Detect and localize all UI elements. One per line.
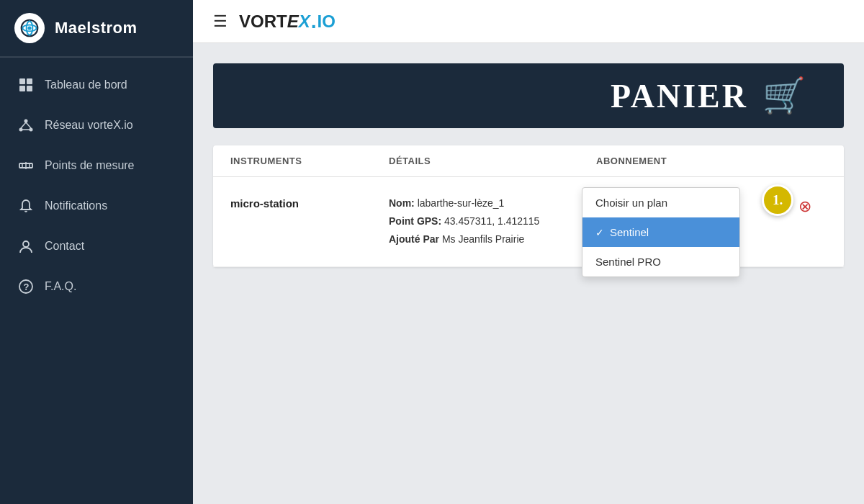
nom-value: labarthe-sur-lèze_1	[418, 197, 505, 209]
check-icon: ✓	[595, 227, 604, 238]
dashboard-icon	[17, 76, 35, 94]
main-content: ☰ V ORT E X . IO PANIER 🛒 INSTRUMENTS DÉ…	[193, 0, 864, 504]
sidebar-item-notifications[interactable]: Notifications	[0, 186, 193, 226]
nom-label: Nom:	[389, 197, 415, 209]
page-content: PANIER 🛒 INSTRUMENTS DÉTAILS ABONNEMENT …	[193, 43, 864, 504]
sidebar-item-faq[interactable]: ? F.A.Q.	[0, 266, 193, 307]
vortex-logo: V ORT E X . IO	[239, 12, 336, 32]
svg-rect-5	[27, 78, 32, 84]
panier-text: PANIER	[611, 77, 748, 115]
network-icon	[17, 117, 35, 134]
ajoute-value: Ms Jeanfils Prairie	[442, 233, 524, 245]
bell-icon	[17, 197, 35, 215]
step-badge: 1.	[762, 184, 793, 216]
logo-x: X	[299, 12, 310, 32]
gps-label: Point GPS:	[389, 215, 441, 227]
logo-io: IO	[318, 12, 336, 32]
option-label: Sentinel	[610, 226, 649, 238]
hamburger-icon[interactable]: ☰	[213, 12, 228, 31]
details-cell: Nom: labarthe-sur-lèze_1 Point GPS: 43.4…	[389, 194, 596, 249]
nom-field: Nom: labarthe-sur-lèze_1	[389, 194, 596, 212]
svg-point-8	[24, 120, 28, 123]
svg-point-19	[23, 241, 29, 247]
sidebar-nav: Tableau de bord Réseau vorteX.io	[0, 58, 193, 314]
ajoute-field: Ajouté Par Ms Jeanfils Prairie	[389, 230, 596, 248]
logo-ortex: ORT	[251, 12, 287, 32]
sidebar-item-label: Contact	[45, 240, 84, 253]
svg-line-11	[21, 122, 26, 128]
svg-text:?: ?	[24, 282, 30, 292]
sidebar-item-label: F.A.Q.	[45, 280, 76, 293]
panier-header: PANIER 🛒	[213, 63, 844, 128]
logo-period: .	[311, 12, 317, 32]
svg-rect-4	[19, 78, 25, 84]
col-actions	[783, 156, 827, 166]
sidebar-header: Maelstrom	[0, 0, 193, 57]
topbar: ☰ V ORT E X . IO	[193, 0, 864, 43]
sidebar: Maelstrom Tableau de bord	[0, 0, 193, 504]
dropdown-option-sentinel[interactable]: ✓ Sentinel	[582, 217, 739, 247]
dropdown-option-sentinel-pro[interactable]: Sentinel PRO	[582, 247, 739, 276]
option-label: Sentinel PRO	[595, 256, 661, 268]
svg-rect-6	[19, 86, 25, 91]
svg-point-3	[27, 26, 31, 30]
step-number: 1.	[773, 192, 783, 208]
col-abonnement: ABONNEMENT	[596, 156, 783, 166]
brand-name: Maelstrom	[55, 19, 138, 37]
measure-icon	[17, 157, 35, 174]
col-instruments: INSTRUMENTS	[230, 156, 389, 166]
sidebar-item-label: Notifications	[45, 199, 107, 212]
logo-v: V	[239, 12, 251, 32]
table-row: micro-station Nom: labarthe-sur-lèze_1 P…	[213, 177, 844, 267]
sidebar-item-contact[interactable]: Contact	[0, 226, 193, 266]
help-icon: ?	[17, 278, 35, 295]
contact-icon	[17, 238, 35, 255]
dropdown-menu: Choisir un plan ✓ Sentinel Sentinel PRO	[582, 187, 740, 277]
dropdown-option-choisir[interactable]: Choisir un plan	[582, 188, 739, 217]
app-logo	[14, 13, 45, 43]
svg-rect-7	[27, 86, 32, 91]
sidebar-item-label: Tableau de bord	[45, 78, 127, 91]
instrument-name: micro-station	[230, 194, 389, 210]
sidebar-item-label: Points de mesure	[45, 159, 135, 172]
sidebar-item-tableau-de-bord[interactable]: Tableau de bord	[0, 65, 193, 105]
panier-title: PANIER 🛒	[611, 76, 808, 116]
table-container: INSTRUMENTS DÉTAILS ABONNEMENT micro-sta…	[213, 145, 844, 267]
col-details: DÉTAILS	[389, 156, 596, 166]
svg-line-12	[26, 122, 31, 128]
logo-ex: E	[287, 12, 299, 32]
delete-icon: ⊗	[798, 197, 811, 216]
gps-field: Point GPS: 43.457311, 1.412115	[389, 212, 596, 230]
sidebar-item-points-de-mesure[interactable]: Points de mesure	[0, 145, 193, 186]
sidebar-item-reseau-vortex[interactable]: Réseau vorteX.io	[0, 105, 193, 145]
cart-icon: 🛒	[762, 76, 808, 116]
option-label: Choisir un plan	[595, 197, 667, 209]
ajoute-label: Ajouté Par	[389, 233, 439, 245]
table-header: INSTRUMENTS DÉTAILS ABONNEMENT	[213, 145, 844, 177]
sidebar-item-label: Réseau vorteX.io	[45, 119, 133, 132]
gps-value: 43.457311, 1.412115	[444, 215, 539, 227]
